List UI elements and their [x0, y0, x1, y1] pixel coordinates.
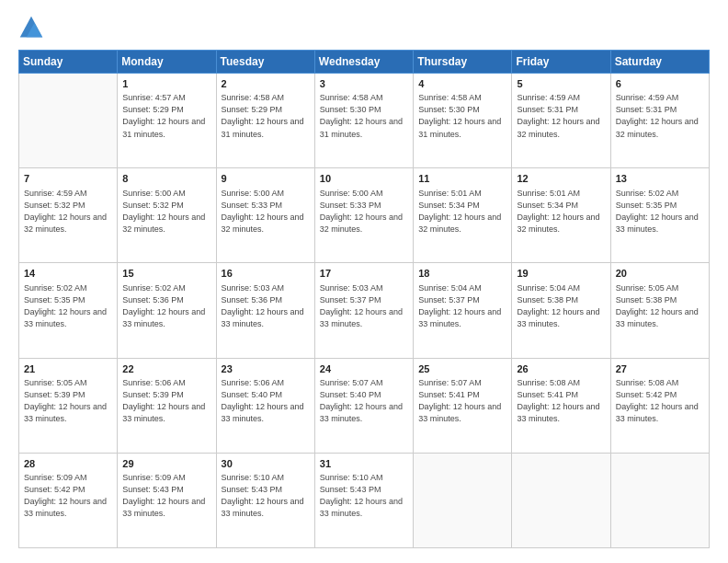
day-info: Sunrise: 5:05 AMSunset: 5:39 PMDaylight:…: [24, 377, 112, 425]
day-number: 21: [24, 362, 112, 376]
page-header: [18, 15, 710, 40]
day-number: 9: [222, 172, 310, 186]
day-number: 12: [517, 172, 605, 186]
day-number: 22: [122, 362, 210, 376]
day-number: 26: [517, 362, 605, 376]
calendar-cell: 24Sunrise: 5:07 AMSunset: 5:40 PMDayligh…: [314, 358, 413, 453]
weekday-header: Tuesday: [216, 51, 314, 74]
day-info: Sunrise: 5:08 AMSunset: 5:41 PMDaylight:…: [517, 377, 605, 425]
calendar-cell: 27Sunrise: 5:08 AMSunset: 5:42 PMDayligh…: [610, 358, 709, 453]
day-number: 1: [122, 77, 210, 91]
day-info: Sunrise: 5:09 AMSunset: 5:42 PMDaylight:…: [24, 472, 112, 520]
day-info: Sunrise: 5:05 AMSunset: 5:38 PMDaylight:…: [616, 282, 704, 330]
calendar-cell: 13Sunrise: 5:02 AMSunset: 5:35 PMDayligh…: [610, 168, 709, 263]
day-number: 5: [517, 77, 605, 91]
day-info: Sunrise: 5:08 AMSunset: 5:42 PMDaylight:…: [616, 377, 704, 425]
day-info: Sunrise: 5:00 AMSunset: 5:32 PMDaylight:…: [122, 188, 210, 236]
calendar-cell: 9Sunrise: 5:00 AMSunset: 5:33 PMDaylight…: [216, 168, 314, 263]
day-number: 14: [24, 267, 112, 281]
calendar-cell: 15Sunrise: 5:02 AMSunset: 5:36 PMDayligh…: [118, 263, 216, 358]
day-number: 7: [24, 172, 112, 186]
day-number: 27: [616, 362, 704, 376]
day-number: 13: [616, 172, 704, 186]
day-info: Sunrise: 5:01 AMSunset: 5:34 PMDaylight:…: [517, 188, 605, 236]
calendar-cell: 10Sunrise: 5:00 AMSunset: 5:33 PMDayligh…: [314, 168, 413, 263]
day-number: 16: [222, 267, 310, 281]
weekday-header: Saturday: [610, 51, 709, 74]
weekday-header: Friday: [512, 51, 610, 74]
day-number: 28: [24, 457, 112, 471]
day-info: Sunrise: 5:03 AMSunset: 5:37 PMDaylight:…: [320, 282, 408, 330]
day-info: Sunrise: 5:01 AMSunset: 5:34 PMDaylight:…: [418, 188, 506, 236]
day-info: Sunrise: 4:59 AMSunset: 5:31 PMDaylight:…: [517, 92, 605, 140]
calendar-week-row: 21Sunrise: 5:05 AMSunset: 5:39 PMDayligh…: [19, 358, 710, 453]
day-info: Sunrise: 5:10 AMSunset: 5:43 PMDaylight:…: [320, 472, 408, 520]
calendar-cell: 29Sunrise: 5:09 AMSunset: 5:43 PMDayligh…: [118, 453, 216, 547]
calendar-cell: 7Sunrise: 4:59 AMSunset: 5:32 PMDaylight…: [19, 168, 118, 263]
day-number: 24: [320, 362, 408, 376]
calendar-cell: 3Sunrise: 4:58 AMSunset: 5:30 PMDaylight…: [314, 74, 413, 168]
calendar-cell: [512, 453, 610, 547]
day-number: 4: [418, 77, 506, 91]
logo: [18, 15, 48, 40]
day-number: 8: [122, 172, 210, 186]
calendar-header-row: SundayMondayTuesdayWednesdayThursdayFrid…: [19, 51, 710, 74]
day-info: Sunrise: 5:03 AMSunset: 5:36 PMDaylight:…: [222, 282, 310, 330]
day-info: Sunrise: 5:04 AMSunset: 5:38 PMDaylight:…: [517, 282, 605, 330]
calendar-week-row: 7Sunrise: 4:59 AMSunset: 5:32 PMDaylight…: [19, 168, 710, 263]
calendar-cell: 8Sunrise: 5:00 AMSunset: 5:32 PMDaylight…: [118, 168, 216, 263]
calendar-cell: 21Sunrise: 5:05 AMSunset: 5:39 PMDayligh…: [19, 358, 118, 453]
calendar-cell: 6Sunrise: 4:59 AMSunset: 5:31 PMDaylight…: [610, 74, 709, 168]
day-info: Sunrise: 4:59 AMSunset: 5:31 PMDaylight:…: [616, 92, 704, 140]
calendar-cell: 23Sunrise: 5:06 AMSunset: 5:40 PMDayligh…: [216, 358, 314, 453]
day-info: Sunrise: 5:02 AMSunset: 5:35 PMDaylight:…: [616, 188, 704, 236]
calendar-cell: 2Sunrise: 4:58 AMSunset: 5:29 PMDaylight…: [216, 74, 314, 168]
calendar-week-row: 14Sunrise: 5:02 AMSunset: 5:35 PMDayligh…: [19, 263, 710, 358]
day-number: 23: [222, 362, 310, 376]
weekday-header: Monday: [118, 51, 216, 74]
calendar-cell: 19Sunrise: 5:04 AMSunset: 5:38 PMDayligh…: [512, 263, 610, 358]
day-info: Sunrise: 4:58 AMSunset: 5:30 PMDaylight:…: [320, 92, 408, 140]
day-number: 17: [320, 267, 408, 281]
day-info: Sunrise: 4:57 AMSunset: 5:29 PMDaylight:…: [122, 92, 210, 140]
weekday-header: Wednesday: [314, 51, 413, 74]
calendar-cell: 1Sunrise: 4:57 AMSunset: 5:29 PMDaylight…: [118, 74, 216, 168]
day-info: Sunrise: 5:00 AMSunset: 5:33 PMDaylight:…: [320, 188, 408, 236]
calendar-cell: 12Sunrise: 5:01 AMSunset: 5:34 PMDayligh…: [512, 168, 610, 263]
day-info: Sunrise: 5:07 AMSunset: 5:40 PMDaylight:…: [320, 377, 408, 425]
calendar-table: SundayMondayTuesdayWednesdayThursdayFrid…: [18, 50, 710, 548]
calendar-cell: 16Sunrise: 5:03 AMSunset: 5:36 PMDayligh…: [216, 263, 314, 358]
calendar-week-row: 28Sunrise: 5:09 AMSunset: 5:42 PMDayligh…: [19, 453, 710, 547]
day-number: 31: [320, 457, 408, 471]
day-info: Sunrise: 5:04 AMSunset: 5:37 PMDaylight:…: [418, 282, 506, 330]
day-number: 18: [418, 267, 506, 281]
calendar-cell: 28Sunrise: 5:09 AMSunset: 5:42 PMDayligh…: [19, 453, 118, 547]
day-info: Sunrise: 5:10 AMSunset: 5:43 PMDaylight:…: [222, 472, 310, 520]
day-number: 29: [122, 457, 210, 471]
calendar-cell: 11Sunrise: 5:01 AMSunset: 5:34 PMDayligh…: [414, 168, 512, 263]
day-info: Sunrise: 5:09 AMSunset: 5:43 PMDaylight:…: [122, 472, 210, 520]
weekday-header: Thursday: [414, 51, 512, 74]
calendar-cell: [414, 453, 512, 547]
day-info: Sunrise: 5:00 AMSunset: 5:33 PMDaylight:…: [222, 188, 310, 236]
calendar-cell: 26Sunrise: 5:08 AMSunset: 5:41 PMDayligh…: [512, 358, 610, 453]
calendar-cell: [19, 74, 118, 168]
day-number: 2: [222, 77, 310, 91]
calendar-cell: 31Sunrise: 5:10 AMSunset: 5:43 PMDayligh…: [314, 453, 413, 547]
calendar-cell: 30Sunrise: 5:10 AMSunset: 5:43 PMDayligh…: [216, 453, 314, 547]
calendar-cell: 5Sunrise: 4:59 AMSunset: 5:31 PMDaylight…: [512, 74, 610, 168]
calendar-cell: [610, 453, 709, 547]
calendar-cell: 20Sunrise: 5:05 AMSunset: 5:38 PMDayligh…: [610, 263, 709, 358]
day-number: 11: [418, 172, 506, 186]
day-number: 30: [222, 457, 310, 471]
calendar-cell: 18Sunrise: 5:04 AMSunset: 5:37 PMDayligh…: [414, 263, 512, 358]
day-info: Sunrise: 4:59 AMSunset: 5:32 PMDaylight:…: [24, 188, 112, 236]
calendar-cell: 25Sunrise: 5:07 AMSunset: 5:41 PMDayligh…: [414, 358, 512, 453]
weekday-header: Sunday: [19, 51, 118, 74]
day-info: Sunrise: 5:02 AMSunset: 5:36 PMDaylight:…: [122, 282, 210, 330]
calendar-week-row: 1Sunrise: 4:57 AMSunset: 5:29 PMDaylight…: [19, 74, 710, 168]
day-number: 10: [320, 172, 408, 186]
day-number: 3: [320, 77, 408, 91]
day-number: 20: [616, 267, 704, 281]
calendar-cell: 14Sunrise: 5:02 AMSunset: 5:35 PMDayligh…: [19, 263, 118, 358]
